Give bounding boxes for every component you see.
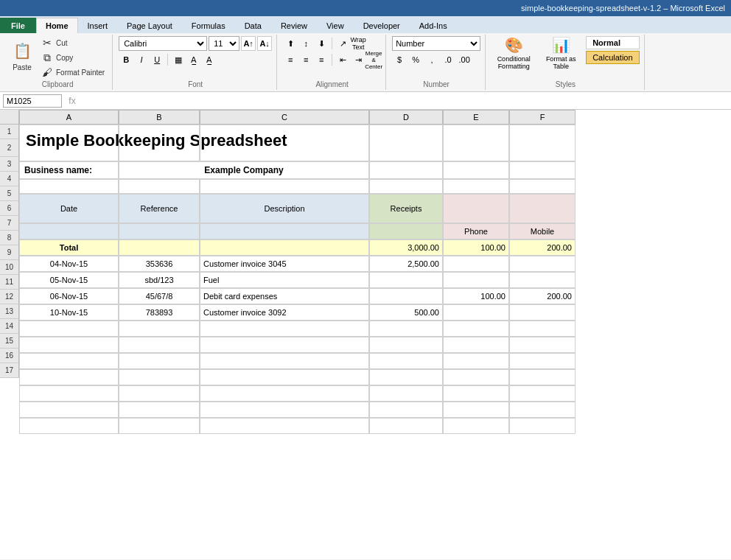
cell-f12[interactable] <box>509 337 576 353</box>
cell-a6[interactable]: Total <box>19 239 119 256</box>
tab-review[interactable]: Review <box>271 18 317 33</box>
tab-add-ins[interactable]: Add-Ins <box>410 18 457 33</box>
comma-button[interactable]: , <box>424 52 439 67</box>
cell-e10[interactable] <box>443 304 509 321</box>
cell-b3[interactable] <box>119 179 200 194</box>
cell-b2-c2[interactable]: Example Company <box>119 161 369 179</box>
cell-f1[interactable] <box>509 125 576 161</box>
cell-e5[interactable]: Phone <box>443 223 509 239</box>
cell-d14[interactable] <box>369 369 443 385</box>
cell-a4[interactable]: Date <box>19 194 119 223</box>
number-format-select[interactable]: Number <box>392 36 480 51</box>
tab-data[interactable]: Data <box>235 18 271 33</box>
format-painter-button[interactable]: 🖌 Format Painter <box>38 66 108 79</box>
cell-f8[interactable] <box>509 272 576 288</box>
border-button[interactable]: ▦ <box>171 52 186 67</box>
cell-e3[interactable] <box>443 179 509 194</box>
increase-decimal-button[interactable]: .00 <box>457 52 472 67</box>
cell-a7[interactable]: 04-Nov-15 <box>19 256 119 272</box>
tab-page-layout[interactable]: Page Layout <box>117 18 182 33</box>
cell-a15[interactable] <box>19 385 119 402</box>
align-middle-button[interactable]: ↕ <box>298 36 313 51</box>
decrease-decimal-button[interactable]: .0 <box>441 52 455 67</box>
cell-d16[interactable] <box>369 402 443 418</box>
cell-d12[interactable] <box>369 337 443 353</box>
tab-developer[interactable]: Developer <box>354 18 410 33</box>
calculation-style[interactable]: Calculation <box>586 51 639 64</box>
cell-a5[interactable] <box>19 223 119 239</box>
format-as-table-button[interactable]: 📊 Format as Table <box>539 36 583 70</box>
cell-c5[interactable] <box>200 223 369 239</box>
cell-f10[interactable] <box>509 304 576 321</box>
font-color-button[interactable]: A̲ <box>202 52 217 67</box>
align-bottom-button[interactable]: ⬇ <box>314 36 329 51</box>
cell-b12[interactable] <box>119 337 200 353</box>
orientation-button[interactable]: ↗ <box>335 36 350 51</box>
cell-c17[interactable] <box>200 418 369 434</box>
cell-d11[interactable] <box>369 321 443 337</box>
cell-d17[interactable] <box>369 418 443 434</box>
cell-c16[interactable] <box>200 402 369 418</box>
cell-f17[interactable] <box>509 418 576 434</box>
cell-c3[interactable] <box>200 179 369 194</box>
cell-c11[interactable] <box>200 321 369 337</box>
cell-b15[interactable] <box>119 385 200 402</box>
cell-d2[interactable] <box>369 161 443 179</box>
cell-f4[interactable] <box>509 194 576 223</box>
cell-b7[interactable]: 353636 <box>119 256 200 272</box>
cell-f2[interactable] <box>509 161 576 179</box>
cell-e12[interactable] <box>443 337 509 353</box>
cell-b9[interactable]: 45/67/8 <box>119 288 200 304</box>
cell-b5[interactable] <box>119 223 200 239</box>
tab-file[interactable]: File <box>0 18 36 33</box>
cell-e11[interactable] <box>443 321 509 337</box>
cell-c6[interactable] <box>200 239 369 256</box>
cell-a3[interactable] <box>19 179 119 194</box>
cell-d7[interactable]: 2,500.00 <box>369 256 443 272</box>
cell-f15[interactable] <box>509 385 576 402</box>
cell-f11[interactable] <box>509 321 576 337</box>
indent-left-button[interactable]: ⇤ <box>335 52 350 67</box>
paste-button[interactable]: 📋 Paste <box>7 36 37 74</box>
align-center-button[interactable]: ≡ <box>298 52 313 67</box>
cell-c14[interactable] <box>200 369 369 385</box>
underline-button[interactable]: U <box>150 52 164 67</box>
align-top-button[interactable]: ⬆ <box>283 36 298 51</box>
conditional-formatting-button[interactable]: 🎨 Conditional Formatting <box>492 36 536 70</box>
cell-e6[interactable]: 100.00 <box>443 239 509 256</box>
cell-a16[interactable] <box>19 402 119 418</box>
cell-b11[interactable] <box>119 321 200 337</box>
increase-font-button[interactable]: A↑ <box>241 36 256 51</box>
cell-e15[interactable] <box>443 385 509 402</box>
cell-f13[interactable] <box>509 353 576 369</box>
decrease-font-button[interactable]: A↓ <box>257 36 272 51</box>
cell-e14[interactable] <box>443 369 509 385</box>
fill-color-button[interactable]: A̲ <box>186 52 201 67</box>
cell-b16[interactable] <box>119 402 200 418</box>
cell-c10[interactable]: Customer invoice 3092 <box>200 304 369 321</box>
tab-view[interactable]: View <box>317 18 354 33</box>
copy-button[interactable]: ⧉ Copy <box>38 51 108 64</box>
cell-a12[interactable] <box>19 337 119 353</box>
cell-e17[interactable] <box>443 418 509 434</box>
bold-button[interactable]: B <box>119 52 133 67</box>
cell-e7[interactable] <box>443 256 509 272</box>
cell-a14[interactable] <box>19 369 119 385</box>
cell-e13[interactable] <box>443 353 509 369</box>
cell-e8[interactable] <box>443 272 509 288</box>
cell-a9[interactable]: 06-Nov-15 <box>19 288 119 304</box>
cell-d8[interactable] <box>369 272 443 288</box>
cell-a13[interactable] <box>19 353 119 369</box>
cell-b13[interactable] <box>119 353 200 369</box>
cell-b6[interactable] <box>119 239 200 256</box>
font-name-select[interactable]: Calibri <box>119 36 207 51</box>
cell-a10[interactable]: 10-Nov-15 <box>19 304 119 321</box>
cut-button[interactable]: ✂ Cut <box>38 36 108 49</box>
wrap-text-button[interactable]: Wrap Text <box>351 36 366 51</box>
cell-e4[interactable] <box>443 194 509 223</box>
cell-f5[interactable]: Mobile <box>509 223 576 239</box>
currency-button[interactable]: $ <box>392 52 407 67</box>
cell-c13[interactable] <box>200 353 369 369</box>
cell-e2[interactable] <box>443 161 509 179</box>
cell-b14[interactable] <box>119 369 200 385</box>
